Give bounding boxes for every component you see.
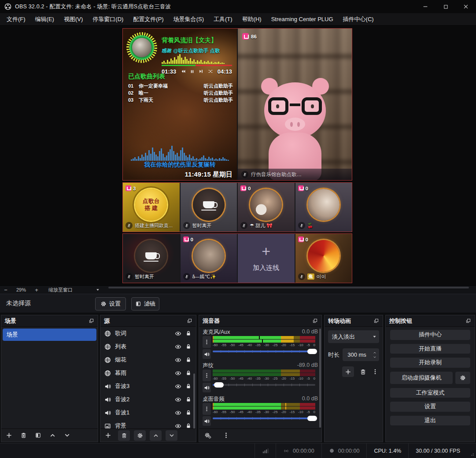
volume-slider[interactable] <box>213 382 315 388</box>
source-row[interactable]: 音波3 <box>100 380 196 393</box>
source-row[interactable]: 列表 <box>100 340 196 353</box>
sources-scrollbar[interactable] <box>193 373 195 428</box>
volume-slider-handle[interactable] <box>307 416 317 421</box>
source-row[interactable]: 音波1 <box>100 406 196 419</box>
control-button-1[interactable]: 插件中心 <box>390 330 470 340</box>
menu-item-5[interactable]: 场景集合(S) <box>169 13 209 26</box>
volume-slider[interactable] <box>213 348 315 355</box>
menu-item-1[interactable]: 编辑(E) <box>30 13 59 26</box>
menu-item-6[interactable]: 工具(T) <box>209 13 237 26</box>
source-properties-button[interactable]: 设置 <box>95 297 126 310</box>
visibility-eye-icon[interactable] <box>175 396 181 403</box>
volume-slider-handle[interactable] <box>307 349 317 354</box>
preview-horizontal-scrollbar[interactable] <box>108 287 469 288</box>
control-button-7[interactable]: 退出 <box>390 416 470 426</box>
mixer-scrollbar[interactable] <box>319 329 321 428</box>
menu-item-8[interactable]: Streaming Center PLUG <box>266 13 338 26</box>
visibility-eye-icon[interactable] <box>175 383 181 390</box>
lock-icon[interactable] <box>185 396 192 403</box>
record-timer: 00:00:00 <box>321 443 367 458</box>
move-scene-up-icon[interactable] <box>49 432 56 439</box>
control-button-4[interactable]: 启动虚拟摄像机 <box>390 372 453 384</box>
lock-icon[interactable] <box>185 357 192 363</box>
lock-icon[interactable] <box>185 330 192 336</box>
popout-icon[interactable] <box>465 318 471 324</box>
popout-icon[interactable] <box>373 318 379 324</box>
gift-count: 0 <box>306 186 308 191</box>
fit-to-window-dropdown[interactable]: 缩放至窗口 <box>48 287 100 293</box>
globe-icon <box>104 330 111 337</box>
duration-spinbox[interactable]: 300 ms <box>343 348 379 361</box>
guest-avatar: 点歌台搭 建 <box>135 189 167 221</box>
resize-grip[interactable] <box>467 443 476 458</box>
move-source-up-button[interactable] <box>150 430 162 441</box>
scene-item-selected[interactable]: 场景 <box>3 329 96 341</box>
source-row[interactable]: 歌词 <box>100 327 196 340</box>
channel-mute-button[interactable] <box>203 416 211 426</box>
menu-item-7[interactable]: 帮助(H) <box>237 13 266 26</box>
zoom-out-button[interactable]: − <box>0 287 11 293</box>
channel-mute-button[interactable] <box>203 383 211 392</box>
source-row[interactable]: 音波2 <box>100 393 196 406</box>
close-button[interactable] <box>456 0 476 13</box>
add-transition-button[interactable] <box>342 366 354 377</box>
guest-tile-7[interactable]: +加入连线 <box>238 234 295 283</box>
source-row[interactable]: 烟花 <box>100 353 196 366</box>
visibility-eye-icon[interactable] <box>175 357 181 363</box>
remove-source-button[interactable] <box>118 430 130 441</box>
lock-icon[interactable] <box>185 370 192 376</box>
lock-icon[interactable] <box>185 383 192 389</box>
menu-item-9[interactable]: 插件中心(C) <box>338 13 379 26</box>
volume-slider-handle[interactable] <box>214 382 224 388</box>
remove-scene-icon[interactable] <box>20 432 27 439</box>
lock-icon[interactable] <box>185 344 192 350</box>
control-button-5[interactable]: 工作室模式 <box>390 388 470 398</box>
virtual-camera-settings-button[interactable] <box>455 372 470 384</box>
source-filters-button[interactable]: 滤镜 <box>131 297 159 310</box>
lock-icon[interactable] <box>185 423 192 428</box>
menu-item-0[interactable]: 文件(F) <box>2 13 30 26</box>
source-row[interactable]: 背景 <box>100 419 196 428</box>
clock-text: 11:49:15 星期日 <box>185 170 232 179</box>
visibility-eye-icon[interactable] <box>175 344 181 350</box>
spin-up-icon[interactable] <box>373 351 377 355</box>
add-scene-icon[interactable] <box>6 432 12 439</box>
visibility-eye-icon[interactable] <box>175 370 181 377</box>
control-button-2[interactable]: 开始直播 <box>390 344 470 354</box>
maximize-button[interactable] <box>435 0 456 13</box>
transition-menu-icon[interactable] <box>372 369 378 375</box>
transition-select[interactable]: 淡入淡出 <box>328 330 379 343</box>
visibility-eye-icon[interactable] <box>175 330 181 337</box>
minimize-button[interactable] <box>415 0 435 13</box>
move-scene-down-icon[interactable] <box>64 432 70 439</box>
mixer-menu-icon[interactable] <box>223 432 229 439</box>
control-button-6[interactable]: 设置 <box>390 402 470 412</box>
volume-slider[interactable] <box>213 415 315 421</box>
scene-filters-icon[interactable] <box>35 432 41 439</box>
visibility-eye-icon[interactable] <box>175 410 181 416</box>
menu-item-3[interactable]: 停靠窗口(D) <box>88 13 128 26</box>
channel-options-button[interactable] <box>203 336 211 348</box>
popout-icon[interactable] <box>187 318 192 324</box>
lock-icon[interactable] <box>185 410 192 416</box>
control-button-3[interactable]: 开始录制 <box>390 358 470 368</box>
advanced-audio-icon[interactable] <box>204 432 211 439</box>
popout-icon[interactable] <box>89 318 94 324</box>
zoom-in-button[interactable]: + <box>31 287 42 293</box>
add-source-icon[interactable] <box>105 432 111 439</box>
popout-icon[interactable] <box>312 318 318 324</box>
coffee-cup-icon <box>145 252 157 259</box>
menu-item-2[interactable]: 视图(V) <box>59 13 88 26</box>
channel-options-button[interactable] <box>203 403 211 415</box>
channel-mute-button[interactable] <box>203 349 211 359</box>
menu-item-4[interactable]: 配置文件(P) <box>128 13 168 26</box>
source-properties-toolbar-button[interactable] <box>134 430 146 441</box>
visibility-eye-icon[interactable] <box>175 423 181 429</box>
gift-badge: 3 <box>125 185 136 191</box>
move-source-down-button[interactable] <box>166 430 177 441</box>
remove-transition-icon[interactable] <box>360 369 366 375</box>
guest-label-text: å—嫣℃✨ <box>192 273 216 280</box>
source-row[interactable]: 暮雨 <box>100 366 196 380</box>
spin-down-icon[interactable] <box>373 355 377 359</box>
channel-options-button[interactable] <box>203 369 211 381</box>
